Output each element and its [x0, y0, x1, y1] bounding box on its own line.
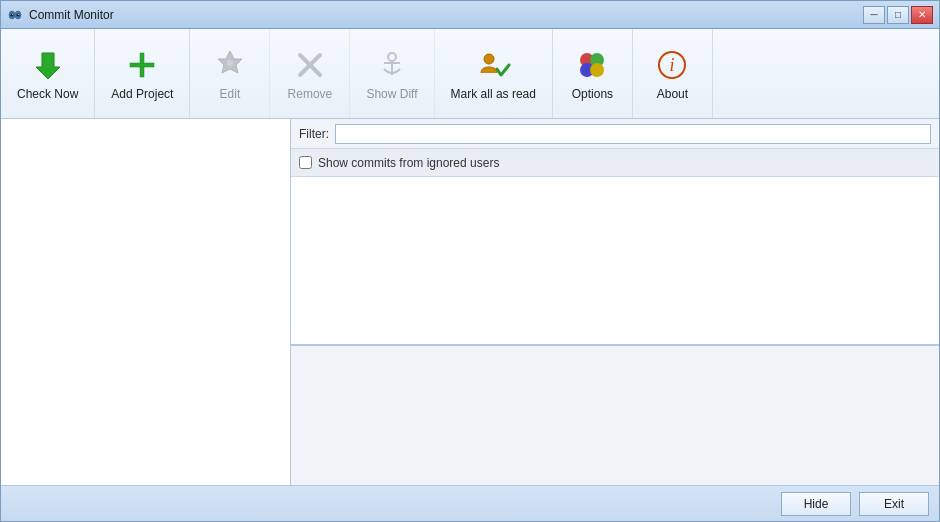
show-diff-icon	[374, 47, 410, 83]
svg-point-2	[11, 13, 14, 16]
commit-list[interactable]	[291, 177, 939, 345]
right-panel: Filter: Show commits from ignored users	[291, 119, 939, 485]
main-window: Commit Monitor ─ □ ✕ Check Now	[0, 0, 940, 522]
close-button[interactable]: ✕	[911, 6, 933, 24]
remove-icon	[292, 47, 328, 83]
window-title: Commit Monitor	[29, 8, 863, 22]
add-project-icon	[124, 47, 160, 83]
project-list-panel	[1, 119, 291, 485]
mark-read-icon	[475, 47, 511, 83]
about-button[interactable]: i About	[633, 29, 713, 118]
show-ignored-label: Show commits from ignored users	[318, 156, 499, 170]
filter-input[interactable]	[335, 124, 931, 144]
remove-label: Remove	[288, 87, 333, 101]
filter-bar: Filter:	[291, 119, 939, 149]
check-now-icon	[30, 47, 66, 83]
mark-all-read-button[interactable]: Mark all as read	[435, 29, 553, 118]
minimize-button[interactable]: ─	[863, 6, 885, 24]
commit-detail-panel[interactable]	[291, 345, 939, 485]
about-label: About	[657, 87, 688, 101]
content-area: Filter: Show commits from ignored users	[1, 119, 939, 485]
svg-text:i: i	[670, 55, 675, 75]
maximize-button[interactable]: □	[887, 6, 909, 24]
edit-icon	[212, 47, 248, 83]
show-ignored-checkbox[interactable]	[299, 156, 312, 169]
add-project-label: Add Project	[111, 87, 173, 101]
show-diff-label: Show Diff	[366, 87, 417, 101]
svg-point-5	[18, 14, 19, 15]
edit-label: Edit	[220, 87, 241, 101]
options-button[interactable]: Options	[553, 29, 633, 118]
titlebar: Commit Monitor ─ □ ✕	[1, 1, 939, 29]
filter-label: Filter:	[299, 127, 329, 141]
check-now-button[interactable]: Check Now	[1, 29, 95, 118]
hide-button[interactable]: Hide	[781, 492, 851, 516]
mark-all-read-label: Mark all as read	[451, 87, 536, 101]
check-now-label: Check Now	[17, 87, 78, 101]
toolbar: Check Now Add Project Edit	[1, 29, 939, 119]
options-icon	[574, 47, 610, 83]
options-label: Options	[572, 87, 613, 101]
exit-button[interactable]: Exit	[859, 492, 929, 516]
svg-marker-6	[36, 53, 60, 79]
add-project-button[interactable]: Add Project	[95, 29, 190, 118]
svg-point-20	[590, 63, 604, 77]
show-diff-button[interactable]: Show Diff	[350, 29, 434, 118]
svg-point-3	[17, 13, 20, 16]
svg-point-10	[227, 60, 233, 66]
svg-point-16	[484, 54, 494, 64]
remove-button[interactable]: Remove	[270, 29, 350, 118]
bottom-bar: Hide Exit	[1, 485, 939, 521]
about-icon: i	[654, 47, 690, 83]
app-icon	[7, 7, 23, 23]
svg-point-13	[388, 53, 396, 61]
svg-rect-8	[130, 63, 154, 67]
svg-point-4	[12, 14, 13, 15]
checkbox-bar: Show commits from ignored users	[291, 149, 939, 177]
edit-button[interactable]: Edit	[190, 29, 270, 118]
window-controls: ─ □ ✕	[863, 6, 933, 24]
